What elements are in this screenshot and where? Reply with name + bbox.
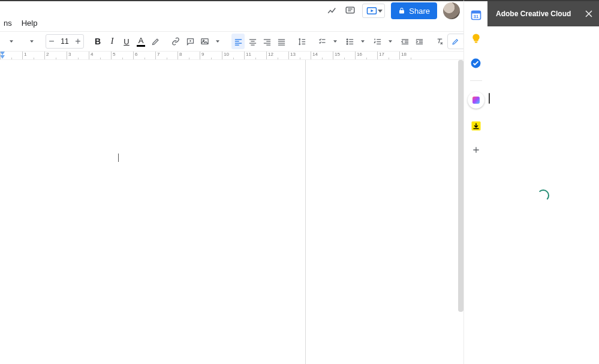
checklist-button[interactable] xyxy=(315,34,329,49)
svg-rect-12 xyxy=(472,97,480,104)
svg-rect-8 xyxy=(471,11,480,13)
side-panel-header: Adobe Creative Cloud xyxy=(487,1,599,26)
svg-point-4 xyxy=(347,38,348,40)
text-color-button[interactable]: A xyxy=(134,34,148,49)
side-panel-body xyxy=(487,26,599,364)
side-panel: Adobe Creative Cloud xyxy=(487,0,599,364)
svg-rect-0 xyxy=(347,7,355,13)
calendar-addon[interactable]: 31 xyxy=(469,8,483,22)
separator xyxy=(470,80,482,81)
present-caret-icon[interactable] xyxy=(377,4,383,18)
align-left-button[interactable] xyxy=(231,34,245,49)
loading-spinner xyxy=(537,189,549,201)
text-cursor xyxy=(118,154,119,162)
vertical-scrollbar[interactable] xyxy=(458,60,463,312)
present-button[interactable] xyxy=(362,4,385,18)
styles-dropdown[interactable] xyxy=(5,34,18,49)
page[interactable] xyxy=(0,60,306,364)
toolbar: − 11 + B I U A xyxy=(0,31,463,52)
checklist-caret[interactable] xyxy=(329,34,342,49)
outdent-button[interactable] xyxy=(398,34,411,49)
menu-help[interactable]: Help xyxy=(18,17,41,29)
share-label: Share xyxy=(409,7,430,16)
active-indicator xyxy=(489,93,490,104)
side-panel-title: Adobe Creative Cloud xyxy=(496,10,571,18)
svg-point-5 xyxy=(347,41,348,42)
svg-rect-10 xyxy=(474,41,477,43)
menu-addons-partial[interactable]: ns xyxy=(0,17,16,29)
pencil-icon xyxy=(451,38,459,46)
indent-button[interactable] xyxy=(413,34,426,49)
bulleted-list-button[interactable] xyxy=(343,34,356,49)
svg-point-6 xyxy=(347,43,348,44)
ruler[interactable]: 123456789101112131415161718 xyxy=(0,52,463,60)
italic-button[interactable]: I xyxy=(106,34,119,49)
close-panel-button[interactable] xyxy=(583,8,594,19)
download-addon[interactable] xyxy=(469,119,483,133)
insert-image-caret[interactable] xyxy=(211,34,224,49)
svg-text:31: 31 xyxy=(473,14,478,19)
font-dropdown[interactable] xyxy=(25,34,38,49)
insert-comment-button[interactable] xyxy=(183,34,197,49)
keep-addon[interactable] xyxy=(469,32,483,46)
comment-history-icon[interactable] xyxy=(344,5,356,17)
document-canvas[interactable] xyxy=(0,60,463,364)
quick-access-sidebar: 31 xyxy=(463,0,487,364)
get-addons-button[interactable] xyxy=(469,143,483,157)
clear-formatting-button[interactable] xyxy=(433,34,446,49)
align-center-button[interactable] xyxy=(246,34,259,49)
font-size-increase[interactable]: + xyxy=(73,35,83,48)
font-size-stepper: − 11 + xyxy=(46,34,84,49)
bulleted-list-caret[interactable] xyxy=(356,34,369,49)
insert-image-button[interactable] xyxy=(198,34,211,49)
numbered-list-button[interactable] xyxy=(371,34,384,49)
font-size-decrease[interactable]: − xyxy=(46,35,57,48)
line-spacing-button[interactable] xyxy=(295,34,308,49)
font-size-value[interactable]: 11 xyxy=(57,37,73,46)
tasks-addon[interactable] xyxy=(469,56,483,70)
lock-icon xyxy=(398,7,405,14)
insert-link-button[interactable] xyxy=(169,34,182,49)
activity-icon[interactable] xyxy=(326,5,338,17)
bold-button[interactable]: B xyxy=(91,34,104,49)
numbered-list-caret[interactable] xyxy=(384,34,397,49)
adobe-cc-addon[interactable] xyxy=(468,92,484,109)
underline-button[interactable]: U xyxy=(120,34,133,49)
highlight-button[interactable] xyxy=(149,34,162,49)
text-color-swatch xyxy=(137,45,145,47)
align-justify-button[interactable] xyxy=(275,34,288,49)
align-right-button[interactable] xyxy=(260,34,273,49)
menubar: ns Help xyxy=(0,17,463,29)
